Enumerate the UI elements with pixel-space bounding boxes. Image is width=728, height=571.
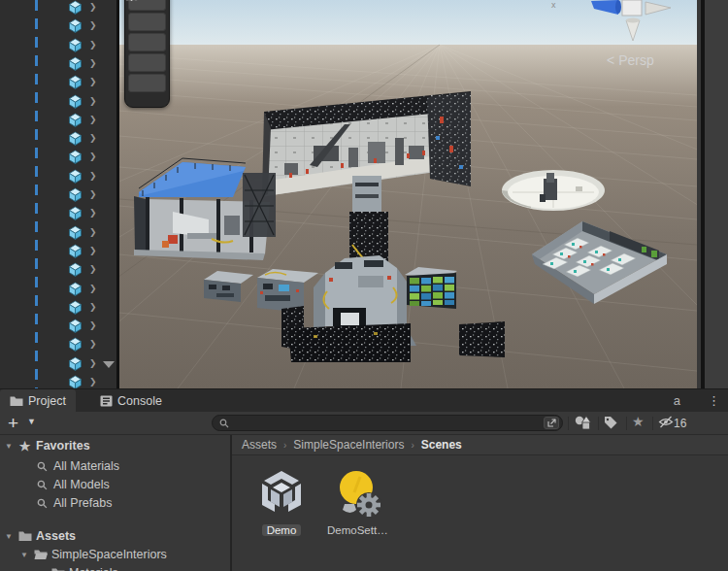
rect-tool-button[interactable] (128, 53, 166, 72)
prefab-enter-arrow-icon[interactable]: ❯ (89, 133, 97, 143)
transform-icon (125, 0, 138, 1)
breadcrumb-item[interactable]: Assets (242, 438, 277, 452)
prefab-enter-arrow-icon[interactable]: ❯ (89, 77, 97, 86)
transform-tool-button[interactable] (128, 74, 166, 92)
prefab-cube-icon (68, 38, 83, 55)
hidden-packages-toggle[interactable] (658, 416, 674, 428)
open-in-search-button[interactable] (544, 417, 559, 429)
lock-icon[interactable]: a (674, 394, 680, 407)
prefab-cube-icon (68, 113, 83, 130)
prefab-enter-arrow-icon[interactable]: ❯ (89, 151, 97, 161)
breadcrumb-item-current[interactable]: Scenes (421, 438, 462, 452)
prefab-enter-arrow-icon[interactable]: ❯ (89, 284, 97, 293)
scale-tool-button[interactable] (128, 33, 166, 51)
hierarchy-row[interactable]: ❯ (0, 17, 116, 36)
search-field[interactable] (212, 415, 563, 431)
prefab-enter-arrow-icon[interactable]: ❯ (89, 358, 97, 368)
tab-project[interactable]: Project (0, 389, 76, 412)
filter-by-type-button[interactable] (575, 416, 591, 430)
breadcrumb-item[interactable]: SimpleSpaceInteriors (293, 438, 404, 452)
prefab-enter-arrow-icon[interactable]: ❯ (89, 302, 97, 312)
asset-grid-pane: Assets › SimpleSpaceInteriors › Scenes (232, 435, 728, 571)
hierarchy-row[interactable]: ❯ (0, 224, 116, 243)
hierarchy-panel[interactable]: ❯ ❯ (0, 0, 116, 388)
prefab-enter-arrow-icon[interactable]: ❯ (89, 377, 97, 386)
prefab-enter-arrow-icon[interactable]: ❯ (89, 189, 97, 199)
prefab-cube-icon (68, 0, 83, 17)
search-input[interactable] (233, 417, 544, 429)
search-icon (35, 460, 50, 473)
hierarchy-row[interactable]: ❯ (0, 261, 116, 280)
prefab-enter-arrow-icon[interactable]: ❯ (89, 246, 97, 255)
prefab-cube-icon (68, 131, 83, 149)
prefab-cube-icon (68, 187, 83, 205)
hierarchy-row[interactable]: ❯ (0, 93, 116, 112)
tree-item-materials[interactable]: Materials (50, 564, 118, 571)
tree-item-assets[interactable]: ▼ Assets (4, 527, 76, 545)
move-tool-button[interactable] (128, 0, 166, 11)
asset-demosettings[interactable]: DemoSetti… (321, 466, 395, 539)
hierarchy-row[interactable]: ❯ (0, 205, 116, 223)
hidden-packages-count: 16 (674, 417, 686, 430)
open-in-search-icon (547, 419, 556, 427)
hierarchy-row[interactable]: ❯ (0, 74, 116, 92)
hierarchy-row[interactable]: ❯ (0, 112, 116, 130)
breadcrumb: Assets › SimpleSpaceInteriors › Scenes (232, 435, 728, 455)
prefab-enter-arrow-icon[interactable]: ❯ (89, 58, 97, 68)
hierarchy-row[interactable]: ❯ (0, 0, 116, 17)
prefab-enter-arrow-icon[interactable]: ❯ (89, 40, 97, 50)
hierarchy-row[interactable]: ❯ (0, 55, 116, 74)
tab-bar: Project Console a ⋮ (0, 389, 728, 412)
prefab-enter-arrow-icon[interactable]: ❯ (89, 264, 97, 274)
tab-console[interactable]: Console (90, 389, 172, 412)
prefab-cube-icon (68, 356, 83, 374)
tree-item-simplespaceinteriors[interactable]: ▼ SimpleSpaceInteriors (19, 546, 167, 563)
hierarchy-row[interactable]: ❯ (0, 299, 116, 318)
scene-3d-render: x <Persp (119, 0, 697, 388)
foldout-icon[interactable]: ▼ (4, 532, 14, 541)
folder-icon (50, 567, 65, 571)
asset-label: DemoSetti… (322, 524, 394, 536)
favorites-star-button[interactable]: ★ (632, 414, 645, 429)
hierarchy-row[interactable]: ❯ (0, 130, 116, 149)
hierarchy-row[interactable]: ❯ (0, 186, 116, 205)
project-browser: Project Console a ⋮ + ▼ (0, 388, 728, 571)
hierarchy-row[interactable]: ❯ (0, 281, 116, 299)
prefab-enter-arrow-icon[interactable]: ❯ (89, 20, 97, 30)
foldout-icon[interactable]: ▼ (19, 551, 29, 559)
tree-item-all-prefabs[interactable]: All Prefabs (35, 494, 112, 512)
create-dropdown-caret[interactable]: ▼ (27, 417, 36, 426)
tree-item-all-materials[interactable]: All Materials (35, 457, 119, 475)
hierarchy-row[interactable]: ❯ (0, 168, 116, 186)
prefab-enter-arrow-icon[interactable]: ❯ (89, 227, 97, 237)
hierarchy-row[interactable]: ❯ (0, 355, 116, 374)
tree-item-favorites[interactable]: ▼ ★ Favorites (4, 437, 90, 454)
prefab-enter-arrow-icon[interactable]: ❯ (89, 115, 97, 124)
prefab-enter-arrow-icon[interactable]: ❯ (89, 339, 97, 349)
prefab-enter-arrow-icon[interactable]: ❯ (89, 320, 97, 330)
asset-demo-scene[interactable]: Demo (245, 466, 318, 539)
create-button[interactable]: + (8, 413, 18, 434)
hierarchy-row[interactable]: ❯ (0, 318, 116, 336)
eye-slash-icon (658, 416, 674, 428)
filter-by-label-button[interactable] (604, 416, 618, 429)
prefab-enter-arrow-icon[interactable]: ❯ (89, 96, 97, 106)
prefab-cube-icon (68, 18, 83, 36)
prefab-enter-arrow-icon[interactable]: ❯ (89, 208, 97, 218)
prefab-enter-arrow-icon[interactable]: ❯ (89, 2, 97, 12)
prefab-cube-icon (68, 206, 83, 223)
hierarchy-row[interactable]: ❯ (0, 149, 116, 167)
prefab-cube-icon (68, 337, 83, 354)
hierarchy-row[interactable]: ❯ (0, 243, 116, 261)
scrollbar-down-arrow[interactable] (103, 361, 115, 368)
hierarchy-row[interactable]: ❯ (0, 37, 116, 55)
hierarchy-row[interactable]: ❯ (0, 374, 116, 388)
scene-view[interactable]: x <Persp (119, 0, 697, 388)
hierarchy-row[interactable]: ❯ (0, 336, 116, 354)
tree-item-all-models[interactable]: All Models (35, 476, 110, 493)
rotate-tool-button[interactable] (128, 13, 166, 31)
foldout-icon[interactable]: ▼ (4, 442, 14, 451)
persp-mode-text[interactable]: <Persp (607, 52, 654, 68)
prefab-enter-arrow-icon[interactable]: ❯ (89, 171, 97, 181)
panel-menu-icon[interactable]: ⋮ (708, 394, 720, 407)
